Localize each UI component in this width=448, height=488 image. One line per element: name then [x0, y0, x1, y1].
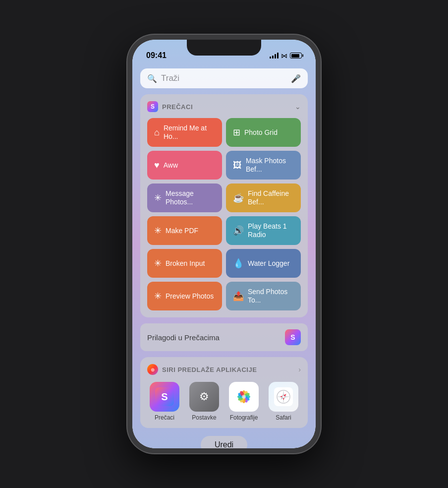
shortcut-send-photos[interactable]: 📤 Send Photos To... — [226, 282, 301, 310]
content-area: 🔍 Traži 🎤 S PREČACI ⌄ ⌂ — [132, 64, 316, 448]
shortcut-label: Preview Photos — [166, 292, 214, 301]
shortcut-label: Play Beats 1 Radio — [248, 222, 294, 239]
app-safari[interactable]: Safari — [266, 382, 301, 421]
customize-label: Prilagodi u Prečacima — [147, 333, 220, 342]
app-photos[interactable]: Fotografije — [226, 382, 261, 421]
sparkle-icon3: ✳ — [154, 258, 162, 269]
sparkle-icon4: ✳ — [154, 291, 162, 302]
siri-chevron-icon[interactable]: › — [298, 366, 301, 373]
status-time: 09:41 — [146, 51, 167, 60]
shortcut-aww[interactable]: ♥ Aww — [147, 151, 222, 180]
mic-icon[interactable]: 🎤 — [291, 74, 301, 83]
shortcuts-section-label: PREČACI — [162, 103, 193, 111]
search-bar[interactable]: 🔍 Traži 🎤 — [140, 68, 308, 88]
svg-point-17 — [242, 395, 246, 399]
phone-screen: 09:41 ⋈ 🔍 Traži 🎤 — [132, 40, 316, 448]
shortcuts-logo-icon: S — [147, 101, 158, 112]
svg-text:S: S — [161, 391, 168, 402]
shortcut-preview-photos[interactable]: ✳ Preview Photos — [147, 282, 222, 310]
shortcut-label: Find Caffeine Bef... — [248, 189, 294, 206]
coffee-icon: ☕ — [233, 192, 244, 203]
safari-icon-svg — [274, 387, 293, 406]
shortcut-label: Remind Me at Ho... — [164, 124, 215, 141]
shortcut-play-beats[interactable]: 🔊 Play Beats 1 Radio — [226, 216, 301, 245]
shortcut-photo-grid[interactable]: ⊞ Photo Grid — [226, 118, 301, 147]
notch — [187, 40, 261, 56]
safari-app-icon — [269, 382, 298, 412]
shortcuts-card: S PREČACI ⌄ ⌂ Remind Me at Ho... ⊞ Photo… — [140, 94, 308, 317]
phone-frame: 09:41 ⋈ 🔍 Traži 🎤 — [127, 35, 321, 453]
siri-section-label: SIRI PREDLAŽE APLIKACIJE — [162, 366, 257, 373]
customize-row[interactable]: Prilagodi u Prečacima S — [140, 323, 308, 351]
shortcut-label: Water Logger — [248, 259, 289, 268]
shortcuts-app-label: Prečaci — [155, 414, 174, 421]
settings-icon-svg: ⚙ — [195, 387, 214, 406]
shortcut-broken-input[interactable]: ✳ Broken Input — [147, 249, 222, 278]
photos-app-label: Fotografije — [230, 414, 258, 421]
shortcut-message-photos[interactable]: ✳ Message Photos... — [147, 183, 222, 212]
shortcut-water-logger[interactable]: 💧 Water Logger — [226, 249, 301, 278]
shortcuts-app-icon: S — [150, 382, 179, 412]
shortcut-label: Broken Input — [166, 259, 205, 268]
siri-logo-icon: ⊕ — [147, 364, 158, 375]
shortcut-label: Make PDF — [166, 227, 198, 235]
shortcut-label: Send Photos To... — [248, 288, 294, 305]
shortcuts-grid: ⌂ Remind Me at Ho... ⊞ Photo Grid ♥ Aww … — [147, 118, 301, 310]
shortcut-find-caffeine[interactable]: ☕ Find Caffeine Bef... — [226, 183, 301, 212]
heart-icon: ♥ — [154, 160, 160, 171]
search-placeholder[interactable]: Traži — [161, 73, 287, 83]
app-shortcuts[interactable]: S Prečaci — [147, 382, 182, 421]
battery-icon — [290, 53, 302, 59]
settings-app-label: Postavke — [192, 414, 216, 421]
send-icon: 📤 — [233, 291, 244, 302]
sparkle-icon2: ✳ — [154, 225, 162, 236]
photo-icon: 🖼 — [233, 160, 242, 171]
card-header: S PREČACI ⌄ — [147, 101, 301, 112]
speaker-icon: 🔊 — [233, 225, 244, 236]
siri-header: ⊕ SIRI PREDLAŽE APLIKACIJE › — [147, 364, 301, 375]
search-icon: 🔍 — [147, 74, 157, 83]
home-icon: ⌂ — [154, 127, 160, 138]
grid-icon: ⊞ — [233, 127, 240, 138]
shortcuts-customize-logo-icon: S — [285, 329, 301, 345]
card-header-left: S PREČACI — [147, 101, 193, 112]
shortcuts-icon-svg: S — [155, 387, 174, 406]
shortcut-label: Aww — [164, 161, 178, 170]
shortcut-label: Message Photos... — [166, 189, 215, 206]
settings-app-icon: ⚙ — [189, 382, 219, 412]
signal-icon — [270, 53, 279, 59]
shortcut-label: Photo Grid — [244, 128, 278, 137]
shortcut-remind-me[interactable]: ⌂ Remind Me at Ho... — [147, 118, 222, 147]
chevron-down-icon[interactable]: ⌄ — [295, 103, 301, 111]
shortcut-mask-photos[interactable]: 🖼 Mask Photos Bef... — [226, 151, 301, 180]
svg-text:⚙: ⚙ — [199, 390, 209, 403]
svg-point-25 — [282, 396, 284, 398]
sparkle-icon: ✳ — [154, 192, 162, 203]
photos-app-icon — [229, 382, 259, 412]
drop-icon: 💧 — [233, 258, 244, 269]
siri-header-left: ⊕ SIRI PREDLAŽE APLIKACIJE — [147, 364, 257, 375]
status-icons: ⋈ — [270, 52, 302, 60]
siri-apps-grid: S Prečaci ⚙ Postavke — [147, 382, 301, 421]
siri-card: ⊕ SIRI PREDLAŽE APLIKACIJE › — [140, 357, 308, 428]
edit-button[interactable]: Uredi — [201, 436, 247, 448]
wifi-icon: ⋈ — [281, 52, 287, 60]
photos-icon-svg — [234, 387, 253, 406]
shortcut-make-pdf[interactable]: ✳ Make PDF — [147, 216, 222, 245]
shortcut-label: Mask Photos Bef... — [246, 157, 294, 174]
safari-app-label: Safari — [276, 414, 291, 421]
app-settings[interactable]: ⚙ Postavke — [187, 382, 222, 421]
